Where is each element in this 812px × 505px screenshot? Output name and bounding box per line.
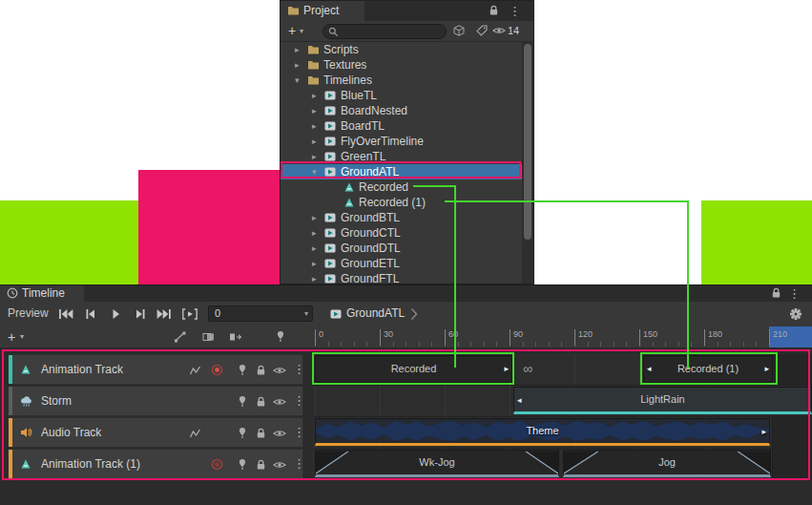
disclosure-triangle-icon[interactable]: ▸ — [312, 271, 317, 284]
tree-item-greentl[interactable]: ▸ GreenTL — [281, 149, 522, 164]
lock-icon[interactable] — [489, 5, 499, 16]
tree-item-groundetl[interactable]: ▸ GroundETL — [281, 256, 522, 271]
panel-menu-icon[interactable]: ⋮ — [509, 1, 521, 21]
create-asset-caret-icon[interactable]: ▾ — [300, 21, 303, 41]
lock-icon[interactable] — [256, 396, 269, 410]
tab-timeline[interactable]: Timeline — [0, 285, 84, 302]
tree-item-bluetl[interactable]: ▸ BlueTL — [281, 88, 522, 103]
next-frame-button[interactable] — [132, 308, 149, 320]
record-icon[interactable] — [211, 458, 224, 472]
track-menu-icon[interactable]: ⋮ — [293, 450, 305, 478]
tree-item-grounddtl[interactable]: ▸ GroundDTL — [281, 241, 522, 256]
disclosure-triangle-icon[interactable]: ▾ — [312, 164, 317, 179]
eye-icon[interactable] — [273, 366, 286, 379]
tree-item-recorded[interactable]: Recorded — [281, 179, 522, 195]
scrollbar-thumb[interactable] — [524, 44, 531, 240]
add-track-button[interactable]: + — [8, 326, 15, 347]
mix-mode-icon[interactable] — [202, 331, 215, 343]
lock-icon[interactable] — [256, 365, 269, 378]
pin-icon[interactable] — [237, 364, 250, 377]
track-menu-icon[interactable]: ⋮ — [293, 355, 305, 384]
tree-item-groundbtl[interactable]: ▸ GroundBTL — [281, 210, 522, 225]
visibility-eye-icon[interactable] — [492, 26, 506, 35]
disclosure-triangle-icon[interactable]: ▾ — [295, 73, 300, 88]
tree-item-groundftl[interactable]: ▸ GroundFTL — [281, 271, 522, 284]
eye-icon[interactable] — [273, 429, 286, 442]
pin-icon[interactable] — [237, 427, 250, 440]
add-track-caret-icon[interactable]: ▾ — [20, 326, 24, 347]
tab-project[interactable]: Project — [281, 1, 364, 21]
play-range-button[interactable] — [181, 308, 198, 320]
project-scrollbar[interactable] — [522, 42, 533, 284]
record-icon[interactable] — [211, 364, 224, 377]
disclosure-triangle-icon[interactable]: ▸ — [295, 57, 300, 73]
lock-icon[interactable] — [256, 459, 269, 473]
clip-recorded-1[interactable]: Recorded (1) ◂ ▸ — [643, 355, 773, 383]
track-lane-animation[interactable]: Recorded ▸ ∞ Recorded (1) ◂ ▸ — [313, 354, 812, 386]
track-lane-audio[interactable]: Theme ▸ — [313, 417, 812, 449]
search-input[interactable] — [341, 25, 444, 38]
lock-icon[interactable] — [771, 287, 781, 299]
track-header-animation-track-1[interactable]: Animation Track (1) ⋮ — [8, 449, 303, 479]
track-header-animation-track[interactable]: Animation Track ⋮ — [8, 354, 303, 385]
disclosure-triangle-icon[interactable]: ▸ — [312, 149, 317, 164]
clip-wk-jog[interactable]: Wk-Jog — [315, 450, 559, 477]
tree-item-boardtl[interactable]: ▸ BoardTL — [281, 118, 522, 134]
track-name-label: Animation Track (1) — [41, 450, 140, 478]
previous-frame-button[interactable] — [82, 308, 99, 320]
disclosure-triangle-icon[interactable]: ▸ — [312, 256, 317, 271]
clip-jog[interactable]: Jog — [563, 450, 771, 477]
disclosure-triangle-icon[interactable]: ▸ — [295, 42, 300, 57]
tree-item-textures[interactable]: ▸ Textures — [281, 57, 522, 73]
track-menu-icon[interactable]: ⋮ — [293, 387, 305, 415]
tree-item-flyovertimeline[interactable]: ▸ FlyOverTimeline — [281, 134, 522, 149]
marker-pin-icon[interactable] — [275, 330, 286, 343]
disclosure-triangle-icon[interactable]: ▸ — [312, 103, 317, 118]
panel-menu-icon[interactable]: ⋮ — [788, 285, 801, 302]
timeline-asset-icon — [324, 227, 337, 239]
tree-item-recorded-1[interactable]: Recorded (1) — [281, 195, 522, 210]
curves-icon[interactable] — [189, 365, 202, 378]
tree-item-timelines[interactable]: ▾ Timelines — [281, 73, 522, 88]
disclosure-triangle-icon[interactable]: ▸ — [312, 134, 317, 149]
gear-icon[interactable] — [789, 307, 802, 321]
disclosure-triangle-icon[interactable]: ▸ — [312, 210, 317, 225]
play-button[interactable] — [107, 308, 124, 320]
eye-icon[interactable] — [273, 460, 286, 473]
track-lane-storm[interactable]: LightRain ◂ — [313, 386, 812, 417]
breadcrumb[interactable]: GroundATL — [346, 302, 405, 326]
timeline-asset-icon — [324, 242, 337, 254]
curves-icon[interactable] — [189, 428, 202, 441]
track-lane-animation-1[interactable]: Wk-Jog Jog — [313, 449, 812, 480]
pin-icon[interactable] — [237, 395, 250, 409]
tree-item-label: BoardNested — [341, 103, 407, 118]
disclosure-triangle-icon[interactable]: ▸ — [312, 225, 317, 241]
frame-field-caret-icon[interactable]: ▾ — [304, 306, 308, 321]
disclosure-triangle-icon[interactable]: ▸ — [312, 118, 317, 134]
search-by-label-icon[interactable] — [476, 25, 488, 36]
go-to-end-button[interactable] — [156, 308, 173, 320]
tree-item-groundctl[interactable]: ▸ GroundCTL — [281, 225, 522, 241]
ripple-mode-icon[interactable] — [229, 331, 241, 343]
clip-theme[interactable]: Theme ▸ — [315, 418, 770, 446]
clip-lightrain[interactable]: LightRain ◂ — [513, 387, 812, 414]
current-frame-field[interactable]: 0 ▾ — [208, 305, 313, 322]
disclosure-triangle-icon[interactable]: ▸ — [312, 88, 317, 103]
track-header-audio-track[interactable]: Audio Track ⋮ — [8, 417, 303, 448]
time-ruler[interactable]: 0 30 60 90 120 150 180 210 — [313, 326, 812, 347]
clip-recorded[interactable]: Recorded ▸ — [315, 355, 512, 383]
go-to-beginning-button[interactable] — [57, 308, 74, 320]
create-asset-button[interactable]: + — [288, 21, 296, 41]
tree-item-scripts[interactable]: ▸ Scripts — [281, 42, 522, 57]
pin-icon[interactable] — [237, 458, 250, 472]
search-by-type-icon[interactable] — [453, 25, 465, 36]
tree-item-groundatl-selected[interactable]: ▾ GroundATL — [281, 164, 522, 179]
track-menu-icon[interactable]: ⋮ — [293, 418, 305, 447]
lock-icon[interactable] — [256, 428, 269, 441]
track-header-storm[interactable]: Storm ⋮ — [8, 386, 303, 416]
preview-toggle[interactable]: Preview — [8, 302, 49, 326]
tree-item-boardnested[interactable]: ▸ BoardNested — [281, 103, 522, 118]
disclosure-triangle-icon[interactable]: ▸ — [312, 241, 317, 256]
eye-icon[interactable] — [273, 397, 286, 410]
curves-view-icon[interactable] — [174, 331, 186, 343]
